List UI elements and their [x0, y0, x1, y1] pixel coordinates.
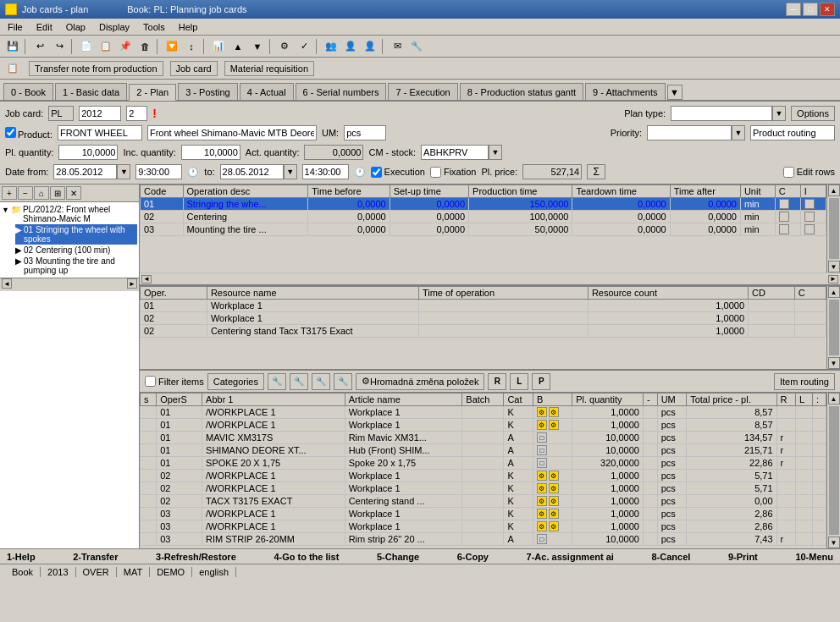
- product-checkbox[interactable]: [5, 127, 16, 138]
- l-btn[interactable]: L: [510, 373, 528, 390]
- job-card-field2[interactable]: [79, 106, 121, 121]
- act-quantity-field[interactable]: [304, 145, 363, 160]
- tb-filter[interactable]: 🔽: [163, 38, 181, 55]
- tb-redo[interactable]: ↪: [50, 38, 69, 55]
- res-scrollbar-v[interactable]: ▲ ▼: [826, 286, 840, 369]
- ops-row-01[interactable]: 01 Stringing the whe... 0,0000 0,0000 15…: [141, 198, 826, 211]
- tree-root[interactable]: ▼ 📁 PL/2012/2: Front wheel Shimano-Mavic…: [2, 204, 137, 224]
- tree-item-03[interactable]: ▶ 03 Mounting the tire and pumping up: [15, 256, 137, 276]
- tb-delete[interactable]: 🗑: [135, 38, 154, 55]
- ops-row-03[interactable]: 03 Mounting the tire ... 0,0000 0,0000 5…: [141, 223, 826, 236]
- tb-new[interactable]: 📄: [77, 38, 96, 55]
- item-routing-btn[interactable]: Item routing: [774, 373, 835, 390]
- tab-basic-data[interactable]: 1 - Basic data: [55, 83, 127, 100]
- items-row-3[interactable]: 01 SHIMANO DEORE XT... Hub (Front) SHIM.…: [141, 444, 826, 457]
- tb-copy[interactable]: 📋: [97, 38, 115, 55]
- icon-btn1[interactable]: 🔧: [268, 373, 286, 390]
- items-row-1[interactable]: 01 /WORKPLACE 1 Workplace 1 K ⚙⚙ 1,0000 …: [141, 419, 826, 432]
- items-scroll-down[interactable]: ▼: [828, 537, 840, 548]
- product-desc-field[interactable]: [147, 125, 317, 140]
- fn-6[interactable]: 6-Copy: [454, 552, 492, 562]
- menu-file[interactable]: File: [5, 21, 25, 33]
- tb-chart[interactable]: 📊: [209, 38, 228, 55]
- time-from-field[interactable]: [135, 164, 182, 179]
- edit-rows-checkbox[interactable]: [783, 167, 794, 178]
- material-requisition-btn[interactable]: Material requisition: [224, 61, 314, 76]
- tab-execution[interactable]: 7 - Execution: [388, 83, 457, 100]
- icon-btn4[interactable]: 🔧: [334, 373, 352, 390]
- items-row-8[interactable]: 03 /WORKPLACE 1 Workplace 1 K ⚙⚙ 1,0000 …: [141, 508, 826, 520]
- fn-9[interactable]: 9-Print: [725, 552, 761, 562]
- fn-7[interactable]: 7-Ac. assignment ai: [523, 552, 617, 562]
- menu-edit[interactable]: Edit: [34, 21, 55, 33]
- tb-people[interactable]: 👥: [322, 38, 340, 55]
- icon-btn3[interactable]: 🔧: [312, 373, 330, 390]
- filter-items-checkbox[interactable]: [145, 376, 156, 387]
- fn-2[interactable]: 2-Transfer: [69, 552, 121, 562]
- um-field[interactable]: [344, 125, 386, 140]
- tree-expand-btn[interactable]: +: [2, 186, 17, 200]
- items-row-9[interactable]: 03 /WORKPLACE 1 Workplace 1 K ⚙⚙ 1,0000 …: [141, 520, 826, 533]
- tb-undo[interactable]: ↩: [30, 38, 49, 55]
- res-row-02b[interactable]: 02 Centering stand Tacx T3175 Exact 1,00…: [141, 325, 826, 338]
- tb-check[interactable]: ✓: [295, 38, 313, 55]
- fn-5[interactable]: 5-Change: [373, 552, 423, 562]
- menu-tools[interactable]: Tools: [141, 21, 168, 33]
- routing-field[interactable]: [750, 125, 835, 140]
- ops-scroll-h[interactable]: ◄ ►: [140, 272, 840, 284]
- tab-attachments[interactable]: 9 - Attachments: [585, 83, 665, 100]
- sigma-btn[interactable]: Σ: [587, 164, 605, 179]
- items-row-5[interactable]: 02 /WORKPLACE 1 Workplace 1 K ⚙⚙ 1,0000 …: [141, 470, 826, 482]
- product-code-field[interactable]: [58, 125, 142, 140]
- tree-item-02[interactable]: ▶ 02 Centering (100 min): [15, 245, 137, 256]
- priority-input[interactable]: [647, 125, 732, 140]
- plan-type-dropdown[interactable]: ▼: [772, 106, 786, 121]
- date-to-field[interactable]: [220, 164, 284, 179]
- execution-checkbox[interactable]: [371, 167, 382, 178]
- categories-btn[interactable]: Categories: [207, 373, 264, 390]
- job-card-btn[interactable]: Job card: [170, 61, 218, 76]
- ops-row-02[interactable]: 02 Centering 0,0000 0,0000 100,0000 0,00…: [141, 211, 826, 223]
- items-scrollbar-v[interactable]: ▲ ▼: [826, 393, 840, 548]
- plan-type-input[interactable]: [671, 106, 772, 121]
- bulk-change-btn[interactable]: ⚙ Hromadná změna položek: [356, 373, 484, 390]
- tree-item-01[interactable]: ▶ 01 Stringing the wheel with spokes: [15, 224, 137, 245]
- tab-posting[interactable]: 3 - Posting: [178, 83, 238, 100]
- items-row-6[interactable]: 02 /WORKPLACE 1 Workplace 1 K ⚙⚙ 1,0000 …: [141, 482, 826, 495]
- ops-scroll-up[interactable]: ▲: [828, 184, 840, 196]
- items-row-0[interactable]: 01 /WORKPLACE 1 Workplace 1 K ⚙⚙ 1,0000 …: [141, 406, 826, 419]
- pl-quantity-field[interactable]: [58, 145, 118, 160]
- tb2-icon[interactable]: 📋: [3, 60, 22, 77]
- tree-grid-btn[interactable]: ⊞: [50, 186, 65, 200]
- items-row-7[interactable]: 02 TACX T3175 EXACT Centering stand ... …: [141, 495, 826, 508]
- ops-scrollbar-v[interactable]: ▲ ▼: [826, 184, 840, 272]
- tree-home-btn[interactable]: ⌂: [34, 186, 49, 200]
- options-btn[interactable]: Options: [791, 106, 835, 121]
- close-button[interactable]: ✕: [820, 3, 835, 16]
- tab-actual[interactable]: 4 - Actual: [240, 83, 294, 100]
- menu-display[interactable]: Display: [97, 21, 132, 33]
- time-to-field[interactable]: [302, 164, 349, 179]
- tb-paste[interactable]: 📌: [116, 38, 135, 55]
- items-scroll-up[interactable]: ▲: [828, 393, 840, 405]
- res-scroll-up[interactable]: ▲: [828, 286, 840, 298]
- fixation-checkbox[interactable]: [430, 167, 441, 178]
- menu-olap[interactable]: Olap: [64, 21, 88, 33]
- tab-plan[interactable]: 2 - Plan: [129, 84, 176, 101]
- tab-book[interactable]: 0 - Book: [3, 83, 53, 100]
- res-row-02a[interactable]: 02 Workplace 1 1,0000: [141, 312, 826, 325]
- tab-gantt[interactable]: 8 - Production status gantt: [460, 83, 583, 100]
- menu-help[interactable]: Help: [176, 21, 201, 33]
- fn-8[interactable]: 8-Cancel: [648, 552, 694, 562]
- minimize-button[interactable]: ─: [786, 3, 801, 16]
- cm-stock-field[interactable]: [421, 145, 489, 160]
- items-row-2[interactable]: 01 MAVIC XM317S Rim Mavic XM31... A □ 10…: [141, 432, 826, 444]
- date-from-dropdown[interactable]: ▼: [117, 164, 130, 179]
- res-row-01[interactable]: 01 Workplace 1 1,0000: [141, 300, 826, 312]
- date-from-field[interactable]: [53, 164, 117, 179]
- maximize-button[interactable]: □: [803, 3, 818, 16]
- date-to-dropdown[interactable]: ▼: [284, 164, 297, 179]
- res-scroll-down[interactable]: ▼: [828, 357, 840, 369]
- cm-stock-dropdown[interactable]: ▼: [489, 145, 502, 160]
- job-card-field1[interactable]: [48, 106, 74, 121]
